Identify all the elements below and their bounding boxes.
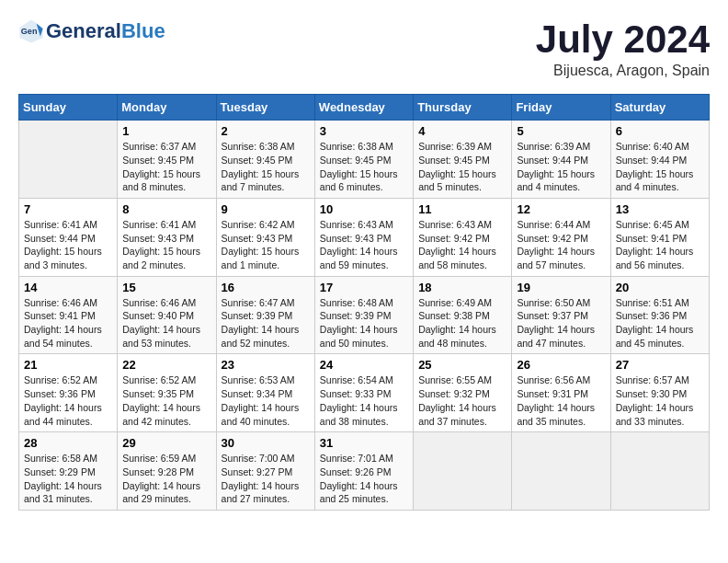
date-number: 14	[24, 281, 112, 294]
date-number: 1	[122, 124, 210, 138]
day-cell: 29Sunrise: 6:59 AMSunset: 9:28 PMDayligh…	[118, 432, 216, 511]
day-cell: 15Sunrise: 6:46 AMSunset: 9:40 PMDayligh…	[118, 276, 216, 354]
day-details: Sunrise: 6:52 AMSunset: 9:36 PMDaylight:…	[24, 373, 112, 428]
date-number: 7	[24, 202, 112, 216]
day-details: Sunrise: 6:46 AMSunset: 9:41 PMDaylight:…	[24, 296, 112, 350]
sunrise-text: Sunrise: 6:56 AM	[517, 374, 590, 385]
title-block: July 2024 Bijuesca, Aragon, Spain	[536, 18, 710, 79]
sunset-text: Sunset: 9:44 PM	[616, 155, 688, 166]
date-number: 17	[320, 281, 408, 294]
sunrise-text: Sunrise: 6:47 AM	[222, 297, 295, 308]
sunrise-text: Sunrise: 6:46 AM	[122, 297, 196, 308]
sunset-text: Sunset: 9:39 PM	[222, 310, 293, 321]
sunset-text: Sunset: 9:35 PM	[122, 388, 194, 399]
date-number: 18	[418, 281, 506, 294]
sunrise-text: Sunrise: 6:43 AM	[418, 219, 492, 230]
daylight-text: Daylight: 14 hours and 47 minutes.	[517, 324, 595, 349]
sunset-text: Sunset: 9:43 PM	[222, 233, 293, 244]
calendar-table: Sunday Monday Tuesday Wednesday Thursday…	[18, 94, 710, 511]
day-cell: 19Sunrise: 6:50 AMSunset: 9:37 PMDayligh…	[512, 276, 610, 354]
month-title: July 2024	[536, 18, 710, 61]
day-details: Sunrise: 6:51 AMSunset: 9:36 PMDaylight:…	[616, 296, 704, 350]
date-number: 5	[517, 124, 605, 138]
daylight-text: Daylight: 14 hours and 37 minutes.	[418, 402, 496, 427]
day-cell: 17Sunrise: 6:48 AMSunset: 9:39 PMDayligh…	[314, 276, 413, 354]
date-number: 23	[222, 358, 310, 372]
sunset-text: Sunset: 9:42 PM	[517, 233, 588, 244]
sunset-text: Sunset: 9:45 PM	[320, 155, 392, 166]
day-cell: 14Sunrise: 6:46 AMSunset: 9:41 PMDayligh…	[19, 276, 118, 354]
day-cell: 12Sunrise: 6:44 AMSunset: 9:42 PMDayligh…	[512, 198, 610, 276]
sunset-text: Sunset: 9:44 PM	[517, 155, 588, 166]
daylight-text: Daylight: 15 hours and 3 minutes.	[24, 246, 102, 270]
sunrise-text: Sunrise: 7:01 AM	[320, 453, 393, 464]
sunset-text: Sunset: 9:41 PM	[616, 233, 688, 244]
day-details: Sunrise: 6:40 AMSunset: 9:44 PMDaylight:…	[616, 140, 704, 194]
header-row: Sunday Monday Tuesday Wednesday Thursday…	[19, 95, 710, 121]
daylight-text: Daylight: 15 hours and 8 minutes.	[122, 168, 200, 193]
day-details: Sunrise: 6:45 AMSunset: 9:41 PMDaylight:…	[616, 218, 704, 272]
day-details: Sunrise: 6:41 AMSunset: 9:44 PMDaylight:…	[24, 218, 112, 272]
calendar-body: 1Sunrise: 6:37 AMSunset: 9:45 PMDaylight…	[19, 121, 710, 511]
date-number: 12	[517, 202, 605, 216]
daylight-text: Daylight: 14 hours and 35 minutes.	[517, 402, 595, 427]
date-number: 22	[122, 358, 210, 372]
day-details: Sunrise: 6:55 AMSunset: 9:32 PMDaylight:…	[418, 373, 506, 428]
date-number: 10	[320, 202, 408, 216]
day-details: Sunrise: 6:59 AMSunset: 9:28 PMDaylight:…	[122, 452, 210, 506]
sunrise-text: Sunrise: 6:41 AM	[24, 219, 97, 230]
sunrise-text: Sunrise: 6:48 AM	[320, 297, 393, 308]
day-details: Sunrise: 6:43 AMSunset: 9:42 PMDaylight:…	[418, 218, 506, 272]
day-cell	[414, 432, 512, 511]
week-row-1: 1Sunrise: 6:37 AMSunset: 9:45 PMDaylight…	[19, 121, 710, 199]
day-details: Sunrise: 6:53 AMSunset: 9:34 PMDaylight:…	[222, 373, 310, 428]
sunset-text: Sunset: 9:31 PM	[517, 388, 588, 399]
sunset-text: Sunset: 9:40 PM	[122, 310, 194, 321]
daylight-text: Daylight: 14 hours and 45 minutes.	[616, 324, 694, 349]
day-details: Sunrise: 6:38 AMSunset: 9:45 PMDaylight:…	[320, 140, 408, 194]
sunset-text: Sunset: 9:36 PM	[616, 310, 688, 321]
date-number: 9	[222, 202, 310, 216]
sunset-text: Sunset: 9:43 PM	[122, 233, 194, 244]
daylight-text: Daylight: 14 hours and 40 minutes.	[222, 402, 300, 427]
daylight-text: Daylight: 14 hours and 42 minutes.	[122, 402, 200, 427]
sunrise-text: Sunrise: 6:44 AM	[517, 219, 590, 230]
daylight-text: Daylight: 15 hours and 6 minutes.	[320, 168, 398, 193]
day-details: Sunrise: 6:50 AMSunset: 9:37 PMDaylight:…	[517, 296, 605, 350]
sunset-text: Sunset: 9:45 PM	[122, 155, 194, 166]
daylight-text: Daylight: 14 hours and 57 minutes.	[517, 246, 595, 270]
day-details: Sunrise: 6:44 AMSunset: 9:42 PMDaylight:…	[517, 218, 605, 272]
day-details: Sunrise: 6:39 AMSunset: 9:44 PMDaylight:…	[517, 140, 605, 194]
sunrise-text: Sunrise: 6:46 AM	[24, 297, 97, 308]
day-cell: 6Sunrise: 6:40 AMSunset: 9:44 PMDaylight…	[610, 121, 709, 199]
daylight-text: Daylight: 14 hours and 25 minutes.	[320, 480, 398, 505]
logo: Gen GeneralBlue	[18, 18, 165, 44]
day-details: Sunrise: 6:49 AMSunset: 9:38 PMDaylight:…	[418, 296, 506, 350]
daylight-text: Daylight: 14 hours and 52 minutes.	[222, 324, 300, 349]
svg-text:Gen: Gen	[21, 27, 38, 36]
sunset-text: Sunset: 9:32 PM	[418, 388, 490, 399]
sunset-text: Sunset: 9:45 PM	[222, 155, 293, 166]
sunset-text: Sunset: 9:42 PM	[418, 233, 490, 244]
sunrise-text: Sunrise: 6:39 AM	[418, 141, 492, 152]
daylight-text: Daylight: 14 hours and 44 minutes.	[24, 402, 102, 427]
date-number: 27	[616, 358, 704, 372]
date-number: 16	[222, 281, 310, 294]
day-cell: 3Sunrise: 6:38 AMSunset: 9:45 PMDaylight…	[314, 121, 413, 199]
day-details: Sunrise: 6:52 AMSunset: 9:35 PMDaylight:…	[122, 373, 210, 428]
calendar-header: Sunday Monday Tuesday Wednesday Thursday…	[19, 95, 710, 121]
sunrise-text: Sunrise: 6:43 AM	[320, 219, 393, 230]
day-cell: 1Sunrise: 6:37 AMSunset: 9:45 PMDaylight…	[118, 121, 216, 199]
date-number: 31	[320, 436, 408, 450]
date-number: 29	[122, 436, 210, 450]
week-row-3: 14Sunrise: 6:46 AMSunset: 9:41 PMDayligh…	[19, 276, 710, 354]
day-details: Sunrise: 6:42 AMSunset: 9:43 PMDaylight:…	[222, 218, 310, 272]
sunrise-text: Sunrise: 6:39 AM	[517, 141, 590, 152]
daylight-text: Daylight: 14 hours and 33 minutes.	[616, 402, 694, 427]
col-monday: Monday	[118, 95, 216, 121]
daylight-text: Daylight: 14 hours and 50 minutes.	[320, 324, 398, 349]
day-cell: 28Sunrise: 6:58 AMSunset: 9:29 PMDayligh…	[19, 432, 118, 511]
logo-blue-text: Blue	[121, 19, 165, 43]
day-details: Sunrise: 7:01 AMSunset: 9:26 PMDaylight:…	[320, 452, 408, 506]
day-details: Sunrise: 6:43 AMSunset: 9:43 PMDaylight:…	[320, 218, 408, 272]
